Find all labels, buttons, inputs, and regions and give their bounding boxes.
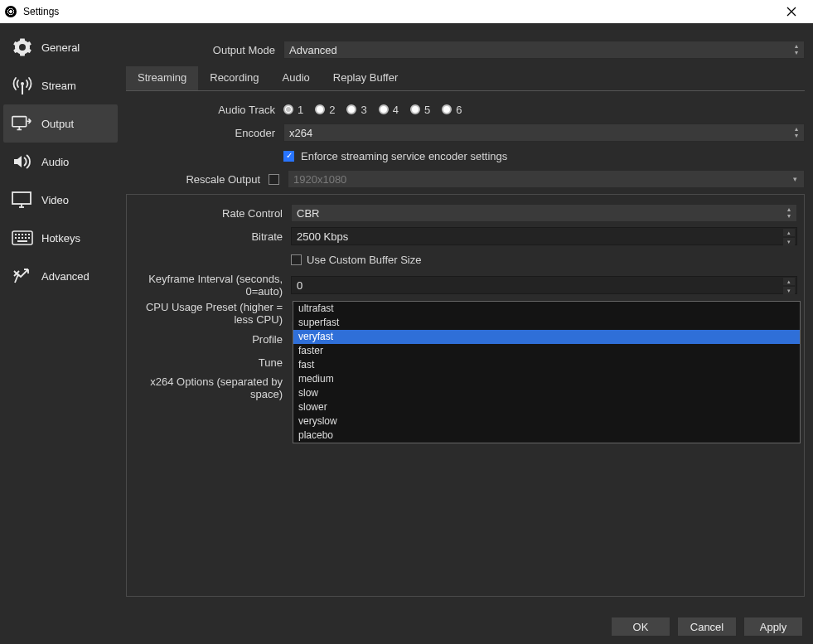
sidebar-item-general[interactable]: General — [3, 28, 118, 66]
ok-button[interactable]: OK — [611, 617, 670, 637]
svg-rect-18 — [28, 237, 30, 239]
svg-rect-10 — [18, 234, 20, 235]
hotkeys-icon — [12, 229, 33, 247]
keyframe-input[interactable]: 0 ▴▾ — [291, 276, 797, 294]
cpu-preset-option[interactable]: faster — [293, 344, 800, 358]
sidebar-item-label: General — [41, 41, 80, 54]
content-panel: Output Mode Advanced ▴▾ Streaming Record… — [121, 23, 813, 609]
cpu-preset-label: CPU Usage Preset (higher = less CPU) — [133, 301, 291, 326]
cpu-preset-option[interactable]: slower — [293, 400, 800, 414]
button-label: OK — [633, 621, 649, 633]
encoder-settings-group: Rate Control CBR ▴▾ Bitrate 2500 Kbps ▴▾ — [126, 194, 805, 597]
svg-rect-13 — [28, 234, 30, 235]
tab-label: Streaming — [138, 71, 186, 84]
button-label: Cancel — [690, 621, 723, 633]
output-icon — [12, 114, 33, 133]
radio-label: 1 — [298, 104, 303, 116]
cpu-preset-option[interactable]: ultrafast — [293, 302, 800, 316]
profile-label: Profile — [133, 333, 291, 346]
radio-icon — [442, 104, 452, 114]
svg-rect-9 — [15, 234, 17, 235]
sidebar-item-stream[interactable]: Stream — [3, 66, 118, 104]
sidebar-item-output[interactable]: Output — [3, 104, 118, 143]
audio-track-radio-3[interactable]: 3 — [346, 104, 366, 116]
svg-rect-2 — [12, 117, 27, 127]
obs-logo-icon — [5, 6, 17, 17]
tab-recording[interactable]: Recording — [198, 66, 270, 90]
svg-rect-12 — [25, 234, 27, 235]
cpu-preset-option[interactable]: veryslow — [293, 414, 800, 429]
cpu-preset-option[interactable]: veryfast — [293, 330, 800, 344]
sidebar-item-label: Audio — [41, 156, 69, 168]
encoder-value: x264 — [289, 127, 312, 139]
radio-label: 2 — [329, 104, 335, 116]
tab-label: Replay Buffer — [333, 71, 399, 84]
dialog-footer: OK Cancel Apply — [0, 609, 813, 644]
sidebar-item-advanced[interactable]: Advanced — [3, 257, 118, 295]
sidebar-item-label: Hotkeys — [41, 232, 80, 245]
x264-options-label: x264 Options (separated by space) — [133, 375, 291, 400]
svg-rect-16 — [22, 237, 23, 239]
cpu-preset-option[interactable]: slow — [293, 386, 800, 400]
radio-label: 5 — [424, 104, 430, 116]
output-mode-value: Advanced — [289, 44, 337, 56]
window-title: Settings — [23, 6, 59, 17]
chevron-down-icon: ▾ — [789, 171, 801, 187]
svg-rect-15 — [18, 237, 20, 239]
output-mode-select[interactable]: Advanced ▴▾ — [283, 41, 805, 59]
audio-track-radio-6[interactable]: 6 — [442, 104, 462, 116]
audio-track-radio-2[interactable]: 2 — [315, 104, 335, 116]
close-button[interactable] — [775, 0, 808, 23]
tab-audio[interactable]: Audio — [271, 66, 322, 90]
audio-icon — [12, 153, 33, 171]
rate-control-select[interactable]: CBR ▴▾ — [291, 204, 797, 222]
svg-rect-5 — [12, 192, 31, 204]
button-label: Apply — [760, 621, 787, 633]
video-icon — [12, 191, 33, 209]
radio-icon — [315, 104, 325, 114]
bitrate-input[interactable]: 2500 Kbps ▴▾ — [291, 227, 797, 245]
keyframe-label: Keyframe Interval (seconds, 0=auto) — [133, 273, 291, 298]
sidebar-item-video[interactable]: Video — [3, 181, 118, 219]
cpu-preset-option[interactable]: superfast — [293, 316, 800, 330]
encoder-select[interactable]: x264 ▴▾ — [283, 123, 805, 142]
apply-button[interactable]: Apply — [743, 617, 803, 637]
sidebar: General Stream Output Audio Video — [0, 23, 121, 609]
spin-arrows-icon: ▴▾ — [783, 205, 795, 221]
audio-track-label: Audio Track — [126, 104, 283, 116]
tab-replay-buffer[interactable]: Replay Buffer — [322, 66, 410, 90]
custom-buffer-checkbox[interactable] — [291, 254, 302, 265]
enforce-checkbox[interactable] — [283, 151, 294, 162]
tab-streaming[interactable]: Streaming — [126, 66, 198, 90]
bitrate-value: 2500 Kbps — [297, 230, 348, 243]
audio-track-radio-4[interactable]: 4 — [379, 104, 399, 116]
gear-icon — [12, 38, 33, 56]
sidebar-item-hotkeys[interactable]: Hotkeys — [3, 219, 118, 257]
radio-icon — [283, 104, 293, 114]
spin-arrows-icon: ▴▾ — [791, 41, 802, 58]
radio-icon — [379, 104, 389, 114]
audio-track-radio-1[interactable]: 1 — [283, 104, 303, 116]
spinner-icon: ▴▾ — [783, 228, 795, 245]
rescale-checkbox[interactable] — [269, 174, 279, 185]
rescale-select[interactable]: 1920x1080 ▾ — [288, 170, 805, 188]
advanced-icon — [12, 267, 33, 285]
rate-control-value: CBR — [297, 207, 319, 220]
enforce-label: Enforce streaming service encoder settin… — [301, 150, 507, 162]
audio-track-radio-5[interactable]: 5 — [410, 104, 430, 116]
cancel-button[interactable]: Cancel — [677, 617, 737, 637]
cpu-preset-option[interactable]: fast — [293, 358, 800, 372]
cpu-preset-option[interactable]: medium — [293, 372, 800, 386]
sidebar-item-audio[interactable]: Audio — [3, 143, 118, 181]
radio-label: 4 — [393, 104, 399, 116]
rescale-value: 1920x1080 — [293, 173, 346, 186]
rescale-label: Rescale Output — [126, 173, 269, 186]
spin-arrows-icon: ▴▾ — [791, 124, 802, 141]
cpu-preset-option[interactable]: placebo — [293, 429, 800, 443]
radio-icon — [346, 104, 356, 114]
cpu-preset-dropdown[interactable]: ultrafastsuperfastveryfastfasterfastmedi… — [293, 301, 801, 443]
output-mode-label: Output Mode — [126, 44, 283, 56]
radio-icon — [410, 104, 420, 114]
spinner-icon: ▴▾ — [783, 277, 795, 293]
sidebar-item-label: Output — [41, 118, 74, 130]
